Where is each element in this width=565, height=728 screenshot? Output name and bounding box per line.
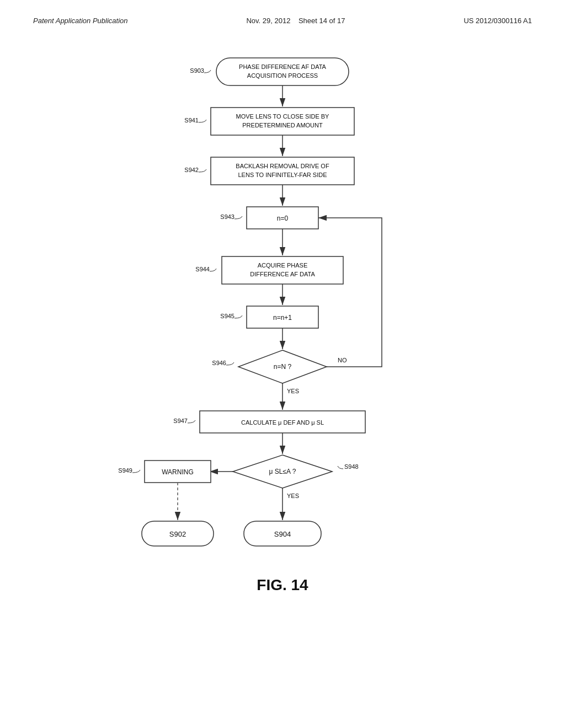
header-date: Nov. 29, 2012 (246, 17, 290, 25)
svg-text:PREDETERMINED AMOUNT: PREDETERMINED AMOUNT (242, 122, 323, 129)
svg-text:S944: S944 (195, 266, 210, 272)
svg-text:S946: S946 (212, 360, 226, 366)
svg-text:WARNING: WARNING (162, 468, 194, 476)
svg-text:S902: S902 (169, 530, 186, 538)
svg-text:YES: YES (287, 493, 299, 499)
svg-text:S949: S949 (118, 467, 132, 474)
svg-rect-1 (216, 58, 349, 85)
svg-text:BACKLASH REMOVAL DRIVE OF: BACKLASH REMOVAL DRIVE OF (236, 163, 329, 169)
svg-text:CALCULATE  μ DEF  AND  μ SL: CALCULATE μ DEF AND μ SL (241, 419, 324, 426)
svg-text:n=N ?: n=N ? (274, 363, 292, 371)
svg-text:MOVE LENS TO CLOSE SIDE BY: MOVE LENS TO CLOSE SIDE BY (236, 113, 330, 120)
svg-text:ACQUISITION PROCESS: ACQUISITION PROCESS (247, 72, 318, 79)
svg-text:S948: S948 (344, 463, 359, 470)
header-sheet: Sheet 14 of 17 (299, 17, 345, 25)
header-patent-number: US 2012/0300116 A1 (463, 17, 532, 25)
svg-text:ACQUIRE PHASE: ACQUIRE PHASE (258, 262, 307, 269)
header-date-sheet: Nov. 29, 2012 Sheet 14 of 17 (246, 17, 345, 25)
svg-rect-6 (211, 108, 354, 135)
svg-text:YES: YES (287, 388, 299, 394)
patent-page: Patent Application Publication Nov. 29, … (0, 0, 565, 728)
page-header: Patent Application Publication Nov. 29, … (0, 0, 565, 30)
svg-text:μ SL≤A ?: μ SL≤A ? (269, 468, 296, 475)
svg-rect-20 (222, 256, 343, 284)
svg-text:NO: NO (338, 357, 347, 363)
svg-text:S903: S903 (190, 67, 204, 74)
svg-text:S942: S942 (184, 167, 199, 173)
svg-text:PHASE DIFFERENCE AF DATA: PHASE DIFFERENCE AF DATA (239, 63, 327, 70)
svg-text:S941: S941 (184, 117, 199, 124)
svg-text:LENS TO INFINITELY-FAR SIDE: LENS TO INFINITELY-FAR SIDE (238, 172, 327, 178)
svg-text:S904: S904 (274, 530, 291, 538)
figure-label: FIG. 14 (257, 576, 308, 594)
svg-text:S947: S947 (173, 417, 188, 424)
svg-text:DIFFERENCE AF DATA: DIFFERENCE AF DATA (250, 271, 315, 277)
header-publication-label: Patent Application Publication (33, 17, 128, 25)
svg-text:S945: S945 (220, 313, 234, 319)
diagram-area: PHASE DIFFERENCE AF DATA ACQUISITION PRO… (0, 30, 565, 594)
svg-text:S943: S943 (220, 213, 234, 220)
svg-text:n=n+1: n=n+1 (273, 314, 292, 322)
svg-rect-11 (211, 157, 354, 185)
flowchart-svg: PHASE DIFFERENCE AF DATA ACQUISITION PRO… (89, 47, 476, 571)
svg-text:n=0: n=0 (277, 215, 289, 222)
